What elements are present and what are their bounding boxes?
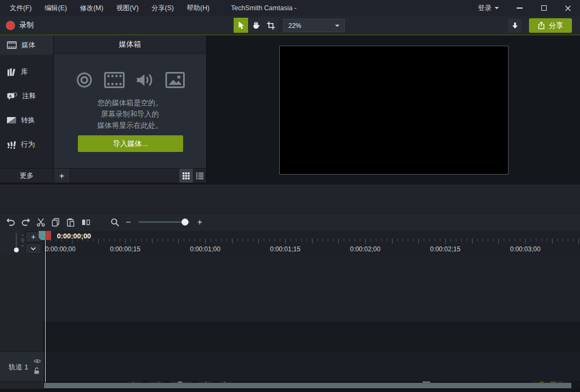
redo-icon xyxy=(21,218,31,226)
menu-view[interactable]: 视图(V) xyxy=(110,0,145,16)
timeline-ruler[interactable]: 0:00:00;00 0:00:00;00 0:00:00;15 0:00:01… xyxy=(44,231,580,255)
sidebar-item-label: 媒体 xyxy=(21,40,35,50)
close-button[interactable] xyxy=(556,0,580,16)
undo-button[interactable] xyxy=(3,215,18,229)
hand-tool-button[interactable] xyxy=(249,18,263,33)
ruler-ticks xyxy=(44,238,580,244)
magnifier-icon xyxy=(111,218,119,227)
cursor-icon xyxy=(237,21,245,30)
sidebar-item-label: 注释 xyxy=(22,91,36,101)
grid-view-button[interactable] xyxy=(179,169,193,183)
record-circle-icon xyxy=(76,71,93,89)
sidebar-item-library[interactable]: 库 xyxy=(0,60,53,84)
copy-icon xyxy=(52,218,60,227)
share-button[interactable]: 分享 xyxy=(529,18,572,33)
canvas-zoom-select[interactable]: 22% xyxy=(283,19,345,32)
track-lock-button[interactable] xyxy=(32,367,41,374)
copy-button[interactable] xyxy=(48,215,63,229)
timeline-lane-upper[interactable] xyxy=(44,255,580,322)
cursor-tool-button[interactable] xyxy=(234,18,248,33)
timeline-ruler-gutter: +⚲+ + xyxy=(0,231,44,255)
chevron-down-icon xyxy=(31,247,36,250)
timeline-zoom-button[interactable] xyxy=(107,215,122,229)
sidebar-item-annotations[interactable]: a 注释 xyxy=(0,84,53,108)
bottom-strip xyxy=(0,389,580,392)
crop-icon xyxy=(267,21,275,30)
track-header[interactable]: 轨道 1 xyxy=(0,351,44,382)
cut-button[interactable] xyxy=(33,215,48,229)
menu-modify[interactable]: 修改(M) xyxy=(74,0,110,16)
redo-button[interactable] xyxy=(18,215,33,229)
menu-items: 文件(F) 编辑(E) 修改(M) 视图(V) 分享(S) 帮助(H) xyxy=(0,0,216,16)
list-view-button[interactable] xyxy=(193,169,206,183)
audio-icon xyxy=(136,72,154,88)
sidebar-item-media[interactable]: 媒体 xyxy=(0,35,53,55)
export-download-button[interactable] xyxy=(508,19,521,33)
timeline-lane-middle[interactable] xyxy=(44,322,580,351)
ruler-label: 0:00:00;15 xyxy=(110,245,141,253)
filmstrip-icon xyxy=(7,41,17,49)
caret-down-icon xyxy=(335,25,339,27)
sidebar-item-label: 库 xyxy=(21,67,28,77)
close-icon xyxy=(565,5,571,11)
sidebar-item-transitions[interactable]: 转换 xyxy=(0,108,53,132)
timeline-zoom-in-button[interactable]: + xyxy=(194,217,206,227)
sidebar: 媒体 库 a 注释 转换 行为 xyxy=(0,35,54,168)
timeline-track-1-lane[interactable] xyxy=(44,351,580,382)
menu-file[interactable]: 文件(F) xyxy=(3,0,38,16)
menu-edit[interactable]: 编辑(E) xyxy=(38,0,74,16)
sidebar-more-button[interactable]: 更多 xyxy=(0,168,54,183)
track-height-knob[interactable] xyxy=(14,248,19,252)
image-icon xyxy=(165,72,185,88)
paste-icon xyxy=(67,218,75,227)
playback-bar: 00:00 / 00:00 30 fps 属性 xyxy=(0,185,580,213)
ruler-label: 0:00:03;00 xyxy=(510,245,541,253)
timeline-scrollbar[interactable] xyxy=(0,382,580,389)
view-toggles xyxy=(179,169,206,183)
behaviors-icon xyxy=(7,141,16,149)
track-visibility-button[interactable] xyxy=(32,357,42,365)
sidebar-item-behaviors[interactable]: 行为 xyxy=(0,133,53,156)
caret-down-icon xyxy=(495,7,499,9)
paste-button[interactable] xyxy=(63,215,78,229)
timeline-zoom-slider[interactable] xyxy=(139,221,190,223)
collapse-tracks-button[interactable] xyxy=(25,243,41,254)
ruler-label: 0:00:01;00 xyxy=(190,245,221,253)
playhead-line[interactable] xyxy=(45,240,46,382)
canvas-stage xyxy=(207,35,580,185)
add-media-button[interactable]: + xyxy=(54,169,70,183)
record-icon xyxy=(6,21,15,30)
download-icon xyxy=(512,23,518,30)
minimize-button[interactable] xyxy=(508,0,532,16)
record-button[interactable]: 录制 xyxy=(6,19,34,31)
share-icon xyxy=(538,21,545,30)
ruler-label: 0:00:02;15 xyxy=(430,245,461,253)
maximize-button[interactable] xyxy=(532,0,556,16)
timeline-zoom-out-button[interactable]: − xyxy=(122,217,134,227)
menu-help[interactable]: 帮助(H) xyxy=(180,0,216,16)
timeline-scrollbar-thumb[interactable] xyxy=(44,383,571,388)
main-toolbar: 录制 22% 分享 xyxy=(0,16,580,35)
import-media-button[interactable]: 导入媒体... xyxy=(78,135,183,152)
crop-tool-button[interactable] xyxy=(264,18,278,33)
canvas-zoom-value: 22% xyxy=(288,22,301,30)
timeline-ruler-row: +⚲+ + 0:00:00;00 0:00:00;00 0:00:00;15 0… xyxy=(0,231,580,255)
media-bin-title: 媒体箱 xyxy=(119,40,141,49)
login-menu-button[interactable]: 登录 xyxy=(469,0,508,16)
eye-icon xyxy=(34,359,41,364)
scrollbar-gutter xyxy=(0,382,44,389)
track-height-slider[interactable] xyxy=(16,233,17,251)
grid-view-icon xyxy=(183,172,190,179)
timeline-zoom-knob[interactable] xyxy=(182,219,189,226)
canvas-tools xyxy=(234,18,279,33)
undo-icon xyxy=(6,218,16,226)
maximize-icon xyxy=(541,5,547,11)
media-bin-empty-icons xyxy=(54,71,206,89)
media-bin-empty-text: 您的媒体箱是空的。 屏幕录制和导入的 媒体将显示在此处。 xyxy=(54,97,206,131)
record-label: 录制 xyxy=(19,20,34,30)
playhead-head[interactable] xyxy=(45,231,51,240)
preview-canvas[interactable] xyxy=(279,46,509,175)
split-button[interactable] xyxy=(78,215,93,229)
split-icon xyxy=(82,219,90,226)
menu-share[interactable]: 分享(S) xyxy=(145,0,180,16)
